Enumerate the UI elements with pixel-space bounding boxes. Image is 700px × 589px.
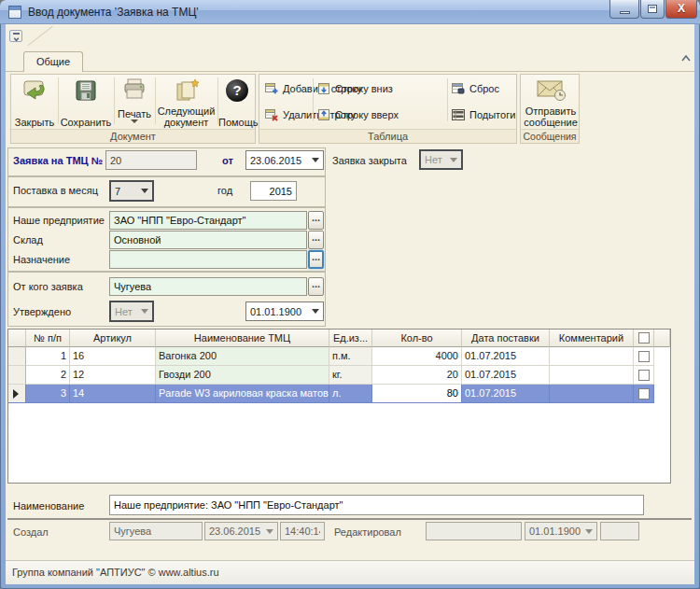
row-checkbox[interactable]	[638, 388, 650, 400]
cell-comment[interactable]	[550, 366, 634, 385]
cell-unit[interactable]: п.м.	[329, 347, 372, 366]
requester-browse-button[interactable]: ...	[308, 277, 324, 296]
app-window: Ввод документа 'Заявка на ТМЦ' X Общие З…	[0, 0, 700, 589]
cell-unit[interactable]: кг.	[329, 366, 372, 385]
window-title: Ввод документа 'Заявка на ТМЦ'	[28, 6, 199, 19]
reset-icon	[452, 82, 465, 95]
approved-combo[interactable]: Нет	[109, 301, 154, 322]
created-date-combo: 23.06.2015	[204, 522, 278, 540]
dropdown-arrow-icon	[312, 158, 319, 166]
cell-checkbox-wrap	[634, 347, 654, 366]
status-bar: Группа компаний "АПТИУС" © www.altius.ru	[6, 560, 694, 584]
row-selector[interactable]	[8, 347, 26, 366]
created-by-field	[109, 522, 203, 540]
cell-article[interactable]: 14	[70, 385, 156, 403]
table-row[interactable]: 2 12 Гвозди 200 кг. 20 01.07.2015	[8, 366, 670, 385]
cell-date[interactable]: 01.07.2015	[462, 347, 550, 366]
cell-num[interactable]: 3	[26, 385, 70, 403]
request-closed-combo[interactable]: Нет	[419, 149, 463, 170]
header-checkbox-cell	[634, 330, 654, 347]
cell-num[interactable]: 1	[26, 347, 70, 366]
row-selector-current[interactable]	[8, 385, 26, 403]
toolbar-options-button[interactable]	[9, 30, 22, 42]
purpose-browse-button[interactable]: ...	[308, 250, 324, 269]
titlebar[interactable]: Ввод документа 'Заявка на ТМЦ' X	[0, 0, 700, 24]
row-up-icon	[317, 108, 330, 121]
reset-button[interactable]: Сброс	[452, 80, 499, 97]
year-field[interactable]	[250, 181, 297, 201]
cell-date[interactable]: 01.07.2015	[462, 385, 550, 403]
row-checkbox[interactable]	[638, 351, 650, 362]
cell-name[interactable]: Вагонка 200	[156, 347, 329, 366]
ellipsis-icon: ...	[312, 231, 320, 243]
cell-comment[interactable]	[550, 385, 634, 403]
cell-qty[interactable]: 4000	[372, 347, 462, 366]
tab-general[interactable]: Общие	[23, 51, 83, 72]
created-date-value: 23.06.2015	[209, 526, 260, 537]
header-date[interactable]: Дата поставки	[462, 330, 550, 347]
print-button[interactable]: Печать	[115, 77, 154, 130]
cell-filler	[654, 347, 670, 366]
warehouse-browse-button[interactable]: ...	[308, 231, 324, 249]
edited-by-field	[426, 522, 522, 540]
dropdown-arrow-icon	[141, 189, 148, 197]
print-icon	[122, 78, 147, 100]
name-field[interactable]	[109, 495, 644, 515]
header-name[interactable]: Наименование ТМЦ	[156, 330, 329, 347]
table-row[interactable]: 1 16 Вагонка 200 п.м. 4000 01.07.2015	[8, 347, 670, 366]
approved-date-value: 01.01.1900	[250, 306, 301, 317]
close-document-button[interactable]: Закрыть	[12, 77, 57, 130]
minimize-button[interactable]	[609, 0, 639, 19]
request-no-field[interactable]	[105, 150, 197, 170]
row-selector[interactable]	[8, 366, 26, 385]
cell-article[interactable]: 16	[70, 347, 156, 366]
request-date-combo[interactable]: 23.06.2015	[245, 150, 324, 170]
company-field[interactable]	[109, 211, 307, 230]
save-button[interactable]: Сохранить	[59, 77, 113, 130]
help-button[interactable]: ? Помощь	[218, 77, 256, 130]
cell-num[interactable]: 2	[26, 366, 70, 385]
row-checkbox[interactable]	[638, 370, 650, 381]
collapse-toolbar-button[interactable]	[680, 54, 692, 63]
close-window-button[interactable]: X	[665, 0, 697, 19]
toolbar-group-messages: Отправить сообщение Сообщения	[520, 74, 580, 144]
close-document-icon	[21, 78, 48, 103]
row-up-button[interactable]: Строку вверх	[317, 106, 399, 123]
cell-comment[interactable]	[550, 347, 634, 366]
send-message-button[interactable]: Отправить сообщение	[521, 77, 581, 130]
requester-field[interactable]	[109, 277, 307, 296]
company-label: Наше предприятие	[13, 215, 105, 226]
cell-date[interactable]: 01.07.2015	[462, 366, 550, 385]
subtotals-button[interactable]: Подытоги	[452, 106, 515, 123]
header-checkbox[interactable]	[638, 332, 650, 344]
purpose-field[interactable]	[109, 250, 307, 269]
subtotals-label: Подытоги	[469, 109, 515, 120]
header-unit[interactable]: Ед.из...	[329, 330, 372, 347]
cell-name[interactable]: Parade W3 акриловая краска матов...	[156, 385, 329, 403]
edited-date-value: 01.01.1900	[529, 526, 581, 537]
approved-date-combo[interactable]: 01.01.1900	[245, 302, 324, 321]
toolbar-top-border	[6, 71, 694, 72]
footer-divider	[7, 518, 692, 520]
cell-unit[interactable]: л.	[329, 385, 372, 403]
next-document-button[interactable]: Следующий документ	[156, 77, 217, 130]
cell-article[interactable]: 12	[70, 366, 156, 385]
row-down-button[interactable]: Строку вниз	[317, 80, 393, 97]
warehouse-field[interactable]	[109, 231, 307, 249]
header-comment[interactable]: Комментарий	[550, 330, 634, 347]
delivery-month-value: 7	[115, 186, 120, 197]
send-message-icon	[535, 78, 567, 102]
header-num[interactable]: № п/п	[26, 330, 70, 347]
header-article[interactable]: Артикул	[70, 330, 156, 347]
cell-qty-editing[interactable]: 80	[372, 385, 462, 403]
edited-extra-field	[600, 522, 639, 540]
items-table[interactable]: № п/п Артикул Наименование ТМЦ Ед.из... …	[7, 329, 671, 484]
delivery-month-combo[interactable]: 7	[109, 180, 154, 202]
company-browse-button[interactable]: ...	[308, 211, 324, 230]
header-qty[interactable]: Кол-во	[372, 330, 462, 347]
cell-name[interactable]: Гвозди 200	[156, 366, 329, 385]
maximize-button[interactable]	[640, 0, 665, 19]
table-row-selected[interactable]: 3 14 Parade W3 акриловая краска матов...…	[8, 385, 670, 403]
cell-qty[interactable]: 20	[372, 366, 462, 385]
ellipsis-icon: ...	[312, 212, 320, 223]
